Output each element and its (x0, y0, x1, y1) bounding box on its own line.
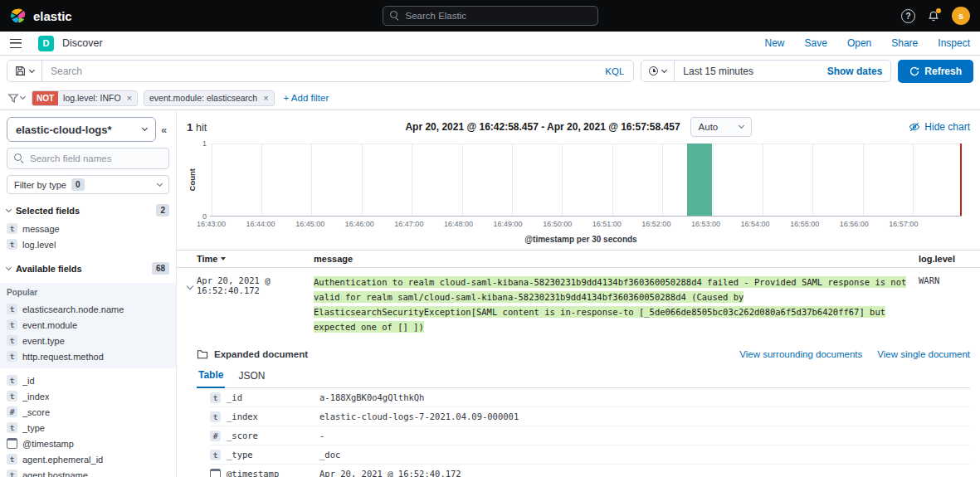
column-time[interactable]: Time (197, 254, 314, 264)
global-search-input[interactable] (406, 11, 591, 21)
grid-line (512, 144, 513, 216)
field-item[interactable]: t agent.ephemeral_id (7, 451, 169, 467)
saved-query-button[interactable] (7, 61, 42, 81)
x-axis-label: 16:54:00 (741, 220, 770, 228)
date-picker: Last 15 minutes Show dates (641, 60, 891, 82)
filter-pill[interactable]: NOT log.level: INFO (32, 90, 138, 106)
hide-chart-button[interactable]: Hide chart (846, 121, 970, 133)
search-icon (14, 153, 24, 163)
field-item[interactable]: @timestamp (7, 436, 169, 451)
field-name: elasticsearch.node.name (22, 304, 124, 314)
field-item[interactable]: t http.request.method (7, 348, 169, 364)
filter-by-type-label: Filter by type (14, 180, 66, 190)
nav-action-link[interactable]: Open (847, 37, 871, 49)
text-field-icon: t (210, 411, 221, 422)
doc-view-link[interactable]: View single document (877, 349, 970, 359)
doc-field-name: @timestamp (227, 469, 319, 477)
available-fields-toggle[interactable]: Available fields 68 (7, 262, 169, 275)
chevron-down-icon (6, 264, 12, 270)
x-axis-label: 16:48:00 (444, 220, 473, 228)
time-range-label: Apr 20, 2021 @ 16:42:58.457 - Apr 20, 20… (405, 121, 680, 133)
nav-action-link[interactable]: Save (805, 37, 827, 49)
breadcrumb[interactable]: Discover (62, 37, 103, 49)
text-field-icon: t (7, 319, 17, 330)
remove-filter-icon[interactable] (126, 93, 137, 103)
field-item[interactable]: t agent.hostname (7, 467, 169, 477)
nav-action-link[interactable]: Share (891, 37, 918, 49)
field-name: _type (22, 423, 45, 433)
user-avatar[interactable]: s (952, 7, 970, 25)
doc-field-name: _type (227, 450, 319, 460)
field-name: event.module (22, 320, 77, 330)
x-axis-label: 16:43:00 (197, 220, 226, 228)
x-axis-label: 16:51:00 (592, 220, 622, 228)
time-range-button[interactable]: Last 15 minutes (675, 66, 818, 77)
collapse-sidebar-icon[interactable]: « (158, 124, 169, 136)
field-name: message (22, 224, 60, 234)
index-pattern-picker[interactable]: elastic-cloud-logs* (7, 117, 156, 142)
field-item[interactable]: # _score (7, 404, 169, 420)
doc-field-row: @timestamp Apr 20, 2021 @ 16:52:40.172 (210, 465, 970, 477)
doc-view-link[interactable]: View surrounding documents (739, 349, 862, 359)
notification-dot (936, 8, 941, 13)
date-field-icon (7, 438, 17, 449)
remove-filter-icon[interactable] (262, 93, 273, 103)
doc-field-value: elastic-cloud-logs-7-2021.04.09-000001 (319, 411, 970, 421)
doc-field-value: - (319, 431, 970, 440)
global-header: elastic s (0, 0, 980, 32)
global-search[interactable] (383, 6, 598, 26)
help-icon[interactable] (901, 9, 915, 23)
grid-line (612, 144, 613, 216)
text-field-icon: t (7, 375, 17, 386)
filter-pills: NOT log.level: INFO event.module: elasti… (32, 90, 275, 106)
discover-main: 1 hit Apr 20, 2021 @ 16:42:58.457 - Apr … (177, 110, 980, 477)
doc-field-value: _doc (319, 450, 970, 460)
x-axis-label: 16:47:00 (394, 220, 423, 228)
x-axis-label: 16:57:00 (889, 220, 918, 228)
y-axis-ticks: 01 (197, 144, 210, 217)
show-dates-button[interactable]: Show dates (819, 66, 891, 77)
tab-json[interactable]: JSON (236, 367, 266, 387)
chevron-down-icon (142, 125, 148, 131)
available-fields-label: Available fields (16, 264, 82, 274)
field-item[interactable]: t message (7, 221, 169, 236)
grid-line (412, 144, 412, 216)
query-input[interactable] (42, 66, 596, 77)
field-item[interactable]: t elasticsearch.node.name (7, 301, 169, 317)
field-item[interactable]: t _index (7, 388, 169, 404)
filter-negate-badge: NOT (32, 91, 58, 105)
field-item[interactable]: t event.module (7, 317, 169, 333)
grid-line (763, 144, 763, 216)
collapse-row-icon[interactable] (183, 277, 197, 292)
column-message: message (314, 254, 919, 264)
expanded-doc-tabs: Table JSON (197, 367, 970, 388)
field-name: _score (22, 407, 50, 417)
nav-action-link[interactable]: New (765, 37, 785, 49)
field-item[interactable]: t _id (7, 372, 169, 388)
time-menu-button[interactable] (641, 61, 675, 81)
selected-fields-toggle[interactable]: Selected fields 2 (7, 204, 169, 217)
available-fields-list: t _id t _index # _score t _type (7, 372, 169, 477)
doc-table-header: Time message log.level (177, 250, 980, 268)
histogram-plot[interactable] (210, 144, 962, 217)
nav-action-link[interactable]: Inspect (938, 37, 970, 49)
x-axis-label: 16:52:00 (641, 220, 670, 228)
interval-select[interactable]: Auto (690, 117, 752, 137)
tab-table[interactable]: Table (197, 367, 225, 388)
field-search-input[interactable] (7, 148, 169, 169)
alerts-icon[interactable] (928, 10, 939, 22)
filter-options-button[interactable] (7, 93, 25, 104)
field-item[interactable]: t _type (7, 420, 169, 436)
search-icon (390, 11, 400, 21)
filter-by-type-button[interactable]: Filter by type 0 (7, 175, 169, 194)
field-item[interactable]: t event.type (7, 333, 169, 348)
filter-pill[interactable]: event.module: elasticsearch (144, 90, 275, 106)
y-axis-title: Count (187, 144, 197, 217)
query-language-button[interactable]: KQL (596, 66, 633, 76)
menu-icon[interactable] (10, 39, 22, 48)
refresh-button[interactable]: Refresh (898, 60, 973, 83)
add-filter-button[interactable]: + Add filter (284, 93, 329, 103)
text-field-icon: t (7, 351, 17, 362)
histogram-bar[interactable] (687, 144, 712, 216)
field-item[interactable]: t log.level (7, 236, 169, 252)
